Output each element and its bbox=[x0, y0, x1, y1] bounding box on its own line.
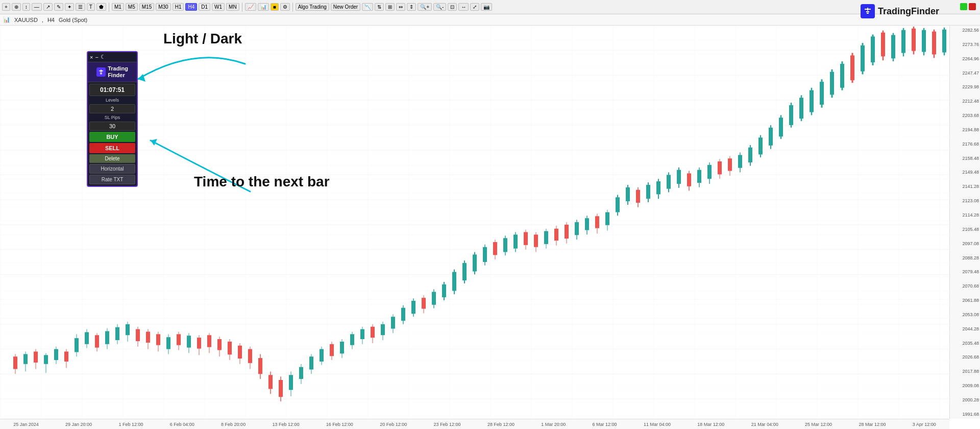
widget-horizontal-button[interactable]: Horizontal bbox=[89, 164, 135, 174]
svg-rect-186 bbox=[871, 36, 875, 62]
chart-type-btn[interactable]: 📈 bbox=[245, 3, 256, 11]
chart-tool4[interactable]: ⇔ bbox=[396, 3, 405, 11]
svg-rect-102 bbox=[442, 284, 446, 297]
toolbar-crosshair-btn[interactable]: ⊕ bbox=[12, 3, 21, 11]
tf-mn[interactable]: MN bbox=[226, 3, 239, 11]
symbol-comma: , bbox=[42, 17, 43, 23]
chart-indicators-btn[interactable]: 📊 bbox=[258, 3, 269, 11]
chart-svg bbox=[0, 26, 949, 419]
tf-m1[interactable]: M1 bbox=[112, 3, 124, 11]
chart-tool2[interactable]: ⇅ bbox=[375, 3, 384, 11]
toolbar-line-btn[interactable]: — bbox=[32, 3, 42, 11]
toolbar-shapes-btn[interactable]: ⬟ bbox=[96, 3, 106, 11]
widget-logo-line1: Trading bbox=[108, 65, 128, 72]
toolbar-gann-btn[interactable]: ✦ bbox=[65, 3, 74, 11]
svg-rect-46 bbox=[156, 334, 160, 345]
svg-rect-180 bbox=[840, 64, 844, 88]
svg-rect-158 bbox=[728, 158, 732, 171]
widget-sell-button[interactable]: SELL bbox=[89, 143, 135, 153]
price-label-5: 2212.48 bbox=[951, 99, 979, 104]
chart-extra-btn[interactable]: ⚙ bbox=[280, 3, 290, 11]
svg-rect-148 bbox=[677, 170, 681, 184]
svg-rect-50 bbox=[177, 334, 181, 345]
tf-w1[interactable]: W1 bbox=[212, 3, 225, 11]
svg-rect-78 bbox=[320, 349, 324, 362]
svg-rect-156 bbox=[718, 161, 722, 174]
tf-m5[interactable]: M5 bbox=[126, 3, 138, 11]
svg-rect-70 bbox=[279, 380, 283, 397]
chart-tool3[interactable]: ⊞ bbox=[385, 3, 395, 11]
time-label-1: 29 Jan 20:00 bbox=[65, 422, 92, 427]
svg-rect-122 bbox=[544, 231, 548, 244]
tf-m30[interactable]: M30 bbox=[156, 3, 170, 11]
time-label-5: 13 Feb 12:00 bbox=[272, 422, 299, 427]
toolbar-pencil-btn[interactable]: ✎ bbox=[54, 3, 63, 11]
chart-tool8[interactable]: ⤢ bbox=[470, 3, 479, 11]
svg-rect-140 bbox=[636, 190, 640, 203]
zoom-out-btn[interactable]: 🔍- bbox=[433, 3, 446, 11]
svg-rect-68 bbox=[268, 375, 273, 389]
widget-close-btn[interactable]: × bbox=[90, 54, 93, 60]
svg-rect-200 bbox=[942, 30, 946, 53]
chart-color-btn[interactable]: ■ bbox=[271, 3, 279, 11]
price-label-6: 2203.68 bbox=[951, 113, 979, 118]
svg-rect-32 bbox=[85, 332, 89, 344]
toolbar-text-btn[interactable]: T bbox=[87, 3, 95, 11]
price-label-26: 2000.28 bbox=[951, 397, 979, 402]
svg-rect-30 bbox=[75, 338, 79, 352]
svg-rect-202 bbox=[867, 13, 869, 14]
svg-rect-154 bbox=[707, 165, 712, 179]
tf-m15[interactable]: M15 bbox=[139, 3, 154, 11]
price-label-24: 2017.88 bbox=[951, 369, 979, 374]
time-label-3: 6 Feb 04:00 bbox=[170, 422, 194, 427]
price-label-20: 2053.08 bbox=[951, 312, 979, 317]
chart-canvas[interactable] bbox=[0, 26, 949, 419]
widget-levels-value[interactable]: 2 bbox=[89, 104, 135, 113]
toolbar-vertical-btn[interactable]: ↕ bbox=[22, 3, 30, 11]
widget-rate-txt-button[interactable]: Rate TXT bbox=[89, 175, 135, 184]
toolbar-fib-btn[interactable]: ☰ bbox=[76, 3, 85, 11]
timeframe-label: H4 bbox=[47, 17, 55, 23]
widget-delete-button[interactable]: Delete bbox=[89, 154, 135, 163]
svg-rect-190 bbox=[891, 35, 895, 59]
widget-sl-pips-value[interactable]: 30 bbox=[89, 122, 135, 131]
widget-buy-button[interactable]: BUY bbox=[89, 132, 135, 142]
algo-trading-btn[interactable]: Algo Trading bbox=[296, 3, 329, 11]
svg-rect-1 bbox=[0, 26, 949, 419]
new-order-btn[interactable]: New Order bbox=[331, 3, 360, 11]
widget-theme-btn[interactable]: ☾ bbox=[101, 54, 106, 60]
toolbar-arrow-btn[interactable]: ↗ bbox=[43, 3, 53, 11]
widget-min-btn[interactable]: − bbox=[95, 54, 98, 60]
svg-rect-34 bbox=[95, 335, 99, 347]
svg-rect-96 bbox=[411, 301, 415, 314]
widget-logo-svg bbox=[98, 69, 104, 75]
tf-d1[interactable]: D1 bbox=[199, 3, 210, 11]
price-label-18: 2070.68 bbox=[951, 283, 979, 289]
tf-h4[interactable]: H4 bbox=[185, 3, 197, 11]
zoom-in-btn[interactable]: 🔍+ bbox=[418, 3, 432, 11]
svg-rect-40 bbox=[126, 324, 130, 335]
svg-rect-182 bbox=[850, 55, 854, 80]
chart-tool7[interactable]: ↔ bbox=[458, 3, 469, 11]
chart-tool6[interactable]: ⊡ bbox=[448, 3, 457, 11]
toolbar-add-btn[interactable]: + bbox=[2, 3, 10, 11]
tf-logo-corner: TradingFinder bbox=[861, 4, 939, 18]
status-dot-green bbox=[960, 3, 967, 10]
svg-rect-84 bbox=[350, 334, 354, 345]
svg-rect-138 bbox=[626, 187, 630, 201]
svg-rect-120 bbox=[534, 234, 538, 247]
svg-rect-60 bbox=[228, 342, 232, 354]
svg-rect-150 bbox=[687, 173, 691, 186]
chart-tool5[interactable]: ⇕ bbox=[407, 3, 416, 11]
chart-tool1[interactable]: 📉 bbox=[362, 3, 373, 11]
separator-3 bbox=[292, 3, 293, 12]
svg-rect-90 bbox=[381, 324, 385, 335]
svg-rect-126 bbox=[565, 225, 569, 239]
svg-rect-24 bbox=[44, 355, 48, 364]
svg-rect-146 bbox=[667, 175, 671, 188]
tf-h1[interactable]: H1 bbox=[173, 3, 184, 11]
svg-rect-20 bbox=[23, 354, 28, 364]
chart-tool9[interactable]: 📷 bbox=[481, 3, 492, 11]
widget-logo-icon bbox=[96, 67, 106, 77]
svg-rect-48 bbox=[166, 337, 170, 349]
